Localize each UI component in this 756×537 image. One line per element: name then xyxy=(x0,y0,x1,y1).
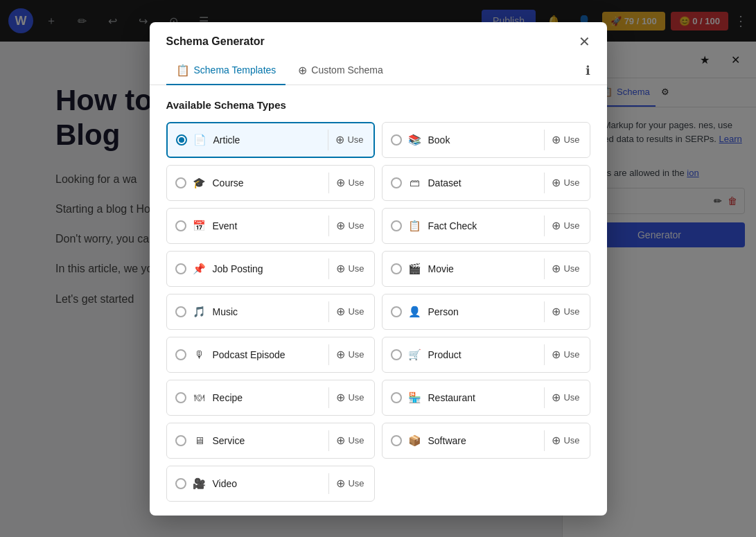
schema-item-recipe[interactable]: 🍽Recipe⊕ Use xyxy=(166,380,375,416)
schema-use-button-recipe[interactable]: ⊕ Use xyxy=(335,388,365,407)
schema-divider-recipe xyxy=(328,387,329,408)
schema-item-podcast-episode[interactable]: 🎙Podcast Episode⊕ Use xyxy=(166,337,375,373)
schema-use-button-person[interactable]: ⊕ Use xyxy=(550,302,581,321)
schema-item-software[interactable]: 📦Software⊕ Use xyxy=(382,423,590,459)
schema-templates-icon: 📋 xyxy=(176,64,190,77)
schema-label-fact-check: Fact Check xyxy=(428,220,539,231)
tab-schema-templates[interactable]: 📋 Schema Templates xyxy=(166,57,286,85)
schema-use-button-podcast-episode[interactable]: ⊕ Use xyxy=(335,345,365,364)
schema-grid: 📄Article⊕ Use📚Book⊕ Use🎓Course⊕ Use🗃Data… xyxy=(166,122,590,502)
schema-label-video: Video xyxy=(213,478,324,489)
schema-item-job-posting[interactable]: 📌Job Posting⊕ Use xyxy=(166,251,375,287)
schema-label-service: Service xyxy=(213,435,324,446)
modal-title: Schema Generator xyxy=(166,35,265,48)
schema-divider-music xyxy=(328,301,329,322)
schema-divider-product xyxy=(544,344,545,365)
schema-radio-job-posting xyxy=(175,263,186,274)
tab-custom-schema[interactable]: ⊕ Custom Schema xyxy=(288,57,392,85)
modal-header: Schema Generator ✕ xyxy=(150,22,607,49)
schema-use-button-product[interactable]: ⊕ Use xyxy=(550,345,581,364)
schema-radio-product xyxy=(391,349,402,360)
schema-label-product: Product xyxy=(428,349,539,360)
event-icon: 📅 xyxy=(192,218,207,234)
schema-label-restaurant: Restaurant xyxy=(428,392,539,403)
book-icon: 📚 xyxy=(407,132,423,148)
schema-item-person[interactable]: 👤Person⊕ Use xyxy=(382,294,590,330)
schema-item-book[interactable]: 📚Book⊕ Use xyxy=(382,122,590,158)
schema-radio-dataset xyxy=(391,177,402,188)
schema-divider-service xyxy=(328,430,329,451)
recipe-icon: 🍽 xyxy=(192,390,207,405)
fact-check-icon: 📋 xyxy=(407,218,423,234)
schema-use-button-video[interactable]: ⊕ Use xyxy=(335,474,365,493)
schema-label-podcast-episode: Podcast Episode xyxy=(213,349,324,360)
schema-radio-article xyxy=(176,134,187,146)
schema-divider-podcast-episode xyxy=(328,344,329,365)
schema-label-recipe: Recipe xyxy=(213,392,324,403)
schema-content: Available Schema Types 📄Article⊕ Use📚Boo… xyxy=(150,85,607,516)
schema-divider-article xyxy=(328,130,328,150)
schema-item-fact-check[interactable]: 📋Fact Check⊕ Use xyxy=(382,208,590,244)
schema-item-video[interactable]: 🎥Video⊕ Use xyxy=(166,466,375,502)
schema-use-button-book[interactable]: ⊕ Use xyxy=(550,130,581,149)
schema-use-button-service[interactable]: ⊕ Use xyxy=(335,431,365,450)
schema-use-button-dataset[interactable]: ⊕ Use xyxy=(550,173,581,192)
schema-label-book: Book xyxy=(428,134,539,146)
schema-use-button-fact-check[interactable]: ⊕ Use xyxy=(550,216,581,235)
schema-label-person: Person xyxy=(428,306,539,317)
person-icon: 👤 xyxy=(407,304,423,319)
schema-item-article[interactable]: 📄Article⊕ Use xyxy=(166,122,375,158)
schema-item-service[interactable]: 🖥Service⊕ Use xyxy=(166,423,375,459)
schema-use-button-music[interactable]: ⊕ Use xyxy=(335,302,365,321)
schema-section-title: Available Schema Types xyxy=(166,99,590,111)
schema-divider-movie xyxy=(544,258,545,279)
schema-item-product[interactable]: 🛒Product⊕ Use xyxy=(382,337,590,373)
schema-divider-person xyxy=(544,301,545,322)
modal-overlay[interactable]: Schema Generator ✕ 📋 Schema Templates ⊕ … xyxy=(0,0,756,537)
tab-custom-schema-label: Custom Schema xyxy=(311,64,383,76)
schema-use-button-event[interactable]: ⊕ Use xyxy=(335,216,365,235)
service-icon: 🖥 xyxy=(192,433,207,448)
tab-schema-templates-label: Schema Templates xyxy=(194,64,276,76)
course-icon: 🎓 xyxy=(192,175,207,191)
job-posting-icon: 📌 xyxy=(192,261,207,276)
schema-radio-video xyxy=(175,478,186,489)
music-icon: 🎵 xyxy=(192,304,207,319)
schema-use-button-restaurant[interactable]: ⊕ Use xyxy=(550,388,581,407)
schema-divider-dataset xyxy=(544,173,545,193)
schema-divider-fact-check xyxy=(544,215,545,236)
schema-radio-restaurant xyxy=(391,392,402,403)
schema-label-event: Event xyxy=(213,220,324,231)
schema-radio-podcast-episode xyxy=(175,349,186,360)
schema-use-button-job-posting[interactable]: ⊕ Use xyxy=(335,259,365,278)
restaurant-icon: 🏪 xyxy=(407,390,423,405)
product-icon: 🛒 xyxy=(407,347,423,362)
schema-item-dataset[interactable]: 🗃Dataset⊕ Use xyxy=(382,165,590,201)
schema-radio-service xyxy=(175,435,186,446)
schema-radio-person xyxy=(391,306,402,317)
schema-use-button-software[interactable]: ⊕ Use xyxy=(550,431,581,450)
schema-item-restaurant[interactable]: 🏪Restaurant⊕ Use xyxy=(382,380,590,416)
schema-divider-event xyxy=(328,215,329,236)
schema-item-event[interactable]: 📅Event⊕ Use xyxy=(166,208,375,244)
article-icon: 📄 xyxy=(193,132,208,148)
video-icon: 🎥 xyxy=(192,476,207,491)
modal-close-button[interactable]: ✕ xyxy=(579,35,590,49)
modal-info-button[interactable]: ℹ xyxy=(586,63,590,78)
schema-radio-recipe xyxy=(175,392,186,403)
schema-radio-event xyxy=(175,220,186,231)
schema-radio-book xyxy=(391,134,402,146)
schema-divider-video xyxy=(328,473,329,494)
movie-icon: 🎬 xyxy=(407,261,423,276)
schema-radio-fact-check xyxy=(391,220,402,231)
schema-item-music[interactable]: 🎵Music⊕ Use xyxy=(166,294,375,330)
schema-use-button-article[interactable]: ⊕ Use xyxy=(334,130,364,149)
schema-radio-movie xyxy=(391,263,402,274)
schema-use-button-course[interactable]: ⊕ Use xyxy=(335,173,365,192)
schema-label-course: Course xyxy=(213,177,324,188)
schema-divider-software xyxy=(544,430,545,451)
schema-generator-modal: Schema Generator ✕ 📋 Schema Templates ⊕ … xyxy=(150,22,607,516)
schema-item-course[interactable]: 🎓Course⊕ Use xyxy=(166,165,375,201)
schema-item-movie[interactable]: 🎬Movie⊕ Use xyxy=(382,251,590,287)
schema-use-button-movie[interactable]: ⊕ Use xyxy=(550,259,581,278)
